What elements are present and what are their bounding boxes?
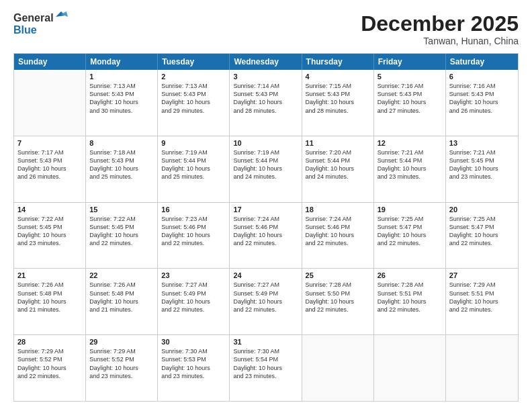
logo: General Blue	[13, 12, 71, 36]
day-number: 15	[89, 205, 154, 214]
day-details: Sunrise: 7:16 AM Sunset: 5:43 PM Dayligh…	[449, 82, 515, 115]
day-details: Sunrise: 7:20 AM Sunset: 5:44 PM Dayligh…	[306, 148, 370, 181]
day-number: 22	[89, 271, 154, 279]
day-number: 13	[449, 139, 515, 147]
logo-general: General	[13, 12, 54, 24]
day-details: Sunrise: 7:26 AM Sunset: 5:48 PM Dayligh…	[89, 281, 154, 314]
calendar-cell: 11Sunrise: 7:20 AM Sunset: 5:44 PM Dayli…	[302, 136, 374, 202]
calendar-cell: 7Sunrise: 7:17 AM Sunset: 5:43 PM Daylig…	[14, 136, 86, 202]
day-details: Sunrise: 7:27 AM Sunset: 5:49 PM Dayligh…	[233, 281, 298, 314]
month-title: December 2025	[361, 12, 519, 36]
day-details: Sunrise: 7:28 AM Sunset: 5:51 PM Dayligh…	[378, 281, 442, 314]
day-details: Sunrise: 7:23 AM Sunset: 5:46 PM Dayligh…	[161, 215, 226, 248]
day-details: Sunrise: 7:22 AM Sunset: 5:45 PM Dayligh…	[89, 215, 154, 248]
day-details: Sunrise: 7:17 AM Sunset: 5:43 PM Dayligh…	[17, 148, 82, 181]
svg-marker-1	[61, 11, 68, 17]
calendar-cell: 22Sunrise: 7:26 AM Sunset: 5:48 PM Dayli…	[86, 269, 158, 334]
day-details: Sunrise: 7:19 AM Sunset: 5:44 PM Dayligh…	[233, 148, 298, 181]
day-details: Sunrise: 7:29 AM Sunset: 5:52 PM Dayligh…	[89, 347, 154, 380]
day-number: 2	[161, 73, 226, 81]
calendar-cell: 23Sunrise: 7:27 AM Sunset: 5:49 PM Dayli…	[158, 269, 230, 334]
day-number: 6	[449, 73, 515, 81]
day-number: 14	[17, 205, 82, 214]
calendar-day-header: Friday	[374, 54, 446, 70]
calendar-header-row: SundayMondayTuesdayWednesdayThursdayFrid…	[14, 54, 518, 70]
calendar-cell: 5Sunrise: 7:16 AM Sunset: 5:43 PM Daylig…	[374, 70, 446, 136]
day-number: 8	[89, 139, 154, 147]
calendar-cell: 24Sunrise: 7:27 AM Sunset: 5:49 PM Dayli…	[230, 269, 302, 334]
day-number: 23	[161, 271, 226, 279]
day-details: Sunrise: 7:21 AM Sunset: 5:45 PM Dayligh…	[449, 148, 515, 181]
day-details: Sunrise: 7:13 AM Sunset: 5:43 PM Dayligh…	[161, 82, 226, 115]
calendar-day-header: Thursday	[302, 54, 374, 70]
calendar-cell: 17Sunrise: 7:24 AM Sunset: 5:46 PM Dayli…	[230, 203, 302, 269]
calendar-cell-empty	[446, 335, 518, 401]
calendar: SundayMondayTuesdayWednesdayThursdayFrid…	[13, 53, 519, 402]
day-number: 30	[161, 338, 226, 346]
day-number: 7	[17, 139, 82, 147]
day-number: 24	[233, 271, 298, 279]
logo-blue: Blue	[13, 24, 37, 36]
day-details: Sunrise: 7:26 AM Sunset: 5:48 PM Dayligh…	[17, 281, 82, 314]
calendar-week-row: 28Sunrise: 7:29 AM Sunset: 5:52 PM Dayli…	[14, 335, 518, 401]
calendar-cell: 30Sunrise: 7:30 AM Sunset: 5:53 PM Dayli…	[158, 335, 230, 401]
calendar-cell-empty	[374, 335, 446, 401]
day-details: Sunrise: 7:15 AM Sunset: 5:43 PM Dayligh…	[306, 82, 370, 115]
day-number: 26	[378, 271, 442, 279]
calendar-week-row: 21Sunrise: 7:26 AM Sunset: 5:48 PM Dayli…	[14, 269, 518, 335]
calendar-cell: 18Sunrise: 7:24 AM Sunset: 5:46 PM Dayli…	[302, 203, 374, 269]
calendar-day-header: Tuesday	[158, 54, 230, 70]
location-subtitle: Tanwan, Hunan, China	[361, 36, 519, 46]
day-number: 27	[449, 271, 515, 279]
day-details: Sunrise: 7:27 AM Sunset: 5:49 PM Dayligh…	[161, 281, 226, 314]
calendar-day-header: Saturday	[446, 54, 518, 70]
calendar-week-row: 1Sunrise: 7:13 AM Sunset: 5:43 PM Daylig…	[14, 70, 518, 136]
day-number: 16	[161, 205, 226, 214]
logo-bird-icon	[56, 11, 71, 24]
calendar-cell: 19Sunrise: 7:25 AM Sunset: 5:47 PM Dayli…	[374, 203, 446, 269]
day-number: 29	[89, 338, 154, 346]
day-number: 5	[378, 73, 442, 81]
calendar-cell: 16Sunrise: 7:23 AM Sunset: 5:46 PM Dayli…	[158, 203, 230, 269]
calendar-cell: 9Sunrise: 7:19 AM Sunset: 5:44 PM Daylig…	[158, 136, 230, 202]
calendar-cell: 21Sunrise: 7:26 AM Sunset: 5:48 PM Dayli…	[14, 269, 86, 334]
day-details: Sunrise: 7:21 AM Sunset: 5:44 PM Dayligh…	[378, 148, 442, 181]
calendar-cell-empty	[14, 70, 86, 136]
header: General Blue December 2025 Tanwan, Hunan…	[13, 12, 519, 46]
day-number: 18	[306, 205, 370, 214]
calendar-cell: 2Sunrise: 7:13 AM Sunset: 5:43 PM Daylig…	[158, 70, 230, 136]
day-details: Sunrise: 7:24 AM Sunset: 5:46 PM Dayligh…	[233, 215, 298, 248]
calendar-cell: 27Sunrise: 7:29 AM Sunset: 5:51 PM Dayli…	[446, 269, 518, 334]
day-details: Sunrise: 7:25 AM Sunset: 5:47 PM Dayligh…	[449, 215, 515, 248]
day-details: Sunrise: 7:19 AM Sunset: 5:44 PM Dayligh…	[161, 148, 226, 181]
calendar-cell: 25Sunrise: 7:28 AM Sunset: 5:50 PM Dayli…	[302, 269, 374, 334]
day-details: Sunrise: 7:22 AM Sunset: 5:45 PM Dayligh…	[17, 215, 82, 248]
day-number: 25	[306, 271, 370, 279]
day-number: 17	[233, 205, 298, 214]
day-details: Sunrise: 7:29 AM Sunset: 5:52 PM Dayligh…	[17, 347, 82, 380]
day-number: 1	[89, 73, 154, 81]
calendar-day-header: Sunday	[14, 54, 86, 70]
day-details: Sunrise: 7:28 AM Sunset: 5:50 PM Dayligh…	[306, 281, 370, 314]
calendar-cell: 29Sunrise: 7:29 AM Sunset: 5:52 PM Dayli…	[86, 335, 158, 401]
day-details: Sunrise: 7:16 AM Sunset: 5:43 PM Dayligh…	[378, 82, 442, 115]
day-number: 12	[378, 139, 442, 147]
day-number: 31	[233, 338, 298, 346]
day-details: Sunrise: 7:30 AM Sunset: 5:54 PM Dayligh…	[233, 347, 298, 380]
calendar-cell: 13Sunrise: 7:21 AM Sunset: 5:45 PM Dayli…	[446, 136, 518, 202]
day-number: 19	[378, 205, 442, 214]
calendar-week-row: 14Sunrise: 7:22 AM Sunset: 5:45 PM Dayli…	[14, 203, 518, 269]
calendar-cell: 14Sunrise: 7:22 AM Sunset: 5:45 PM Dayli…	[14, 203, 86, 269]
calendar-cell: 10Sunrise: 7:19 AM Sunset: 5:44 PM Dayli…	[230, 136, 302, 202]
calendar-cell: 15Sunrise: 7:22 AM Sunset: 5:45 PM Dayli…	[86, 203, 158, 269]
day-details: Sunrise: 7:29 AM Sunset: 5:51 PM Dayligh…	[449, 281, 515, 314]
day-details: Sunrise: 7:24 AM Sunset: 5:46 PM Dayligh…	[306, 215, 370, 248]
calendar-cell: 26Sunrise: 7:28 AM Sunset: 5:51 PM Dayli…	[374, 269, 446, 334]
day-number: 10	[233, 139, 298, 147]
calendar-cell: 4Sunrise: 7:15 AM Sunset: 5:43 PM Daylig…	[302, 70, 374, 136]
calendar-week-row: 7Sunrise: 7:17 AM Sunset: 5:43 PM Daylig…	[14, 136, 518, 203]
calendar-cell: 8Sunrise: 7:18 AM Sunset: 5:43 PM Daylig…	[86, 136, 158, 202]
day-number: 28	[17, 338, 82, 346]
title-block: December 2025 Tanwan, Hunan, China	[361, 12, 519, 46]
day-number: 4	[306, 73, 370, 81]
